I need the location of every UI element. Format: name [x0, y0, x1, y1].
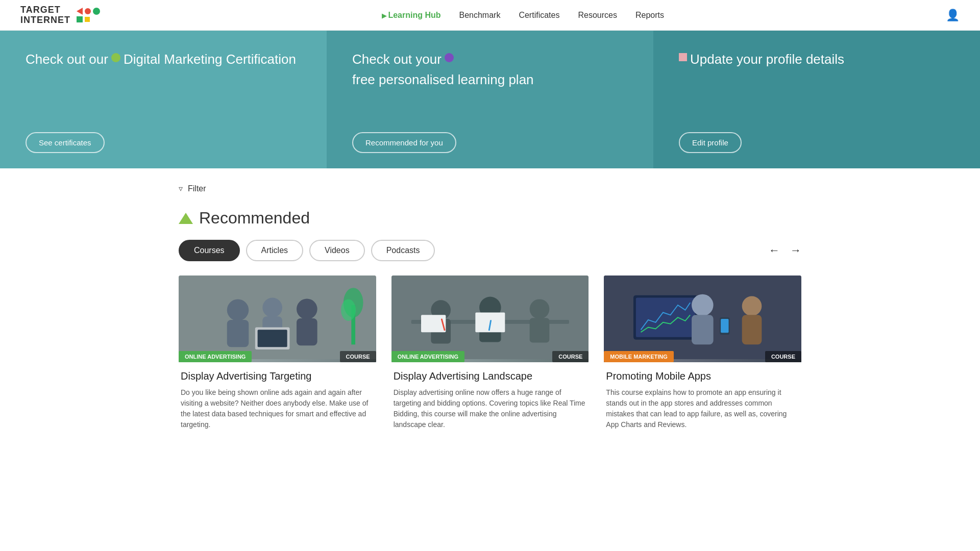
- main-content: ▿ Filter Recommended Courses Articles Vi…: [158, 168, 822, 445]
- courses-grid: ONLINE ADVERTISING COURSE Display Advert…: [179, 276, 801, 430]
- tab-courses[interactable]: Courses: [179, 240, 240, 261]
- navbar: TARGET INTERNET Learning Hub Benchmark C…: [0, 0, 980, 31]
- nav-item-reports[interactable]: Reports: [635, 11, 664, 20]
- nav-item-benchmark[interactable]: Benchmark: [459, 11, 500, 20]
- card-image-2: ONLINE ADVERTISING COURSE: [391, 276, 589, 362]
- logo-internet: INTERNET: [20, 15, 70, 26]
- card-image-1: ONLINE ADVERTISING COURSE: [179, 276, 376, 362]
- svg-point-5: [297, 298, 317, 319]
- hero-pink-square-icon: [679, 53, 687, 61]
- badge-category-2: ONLINE ADVERTISING: [391, 351, 464, 362]
- card-image-svg-1: [179, 276, 376, 359]
- logo-yellow-square-icon: [85, 17, 90, 22]
- edit-profile-button[interactable]: Edit profile: [679, 132, 742, 153]
- content-tabs: Courses Articles Videos Podcasts: [179, 240, 435, 261]
- logo-target: TARGET: [20, 5, 70, 15]
- hero-green-dot-icon: [111, 53, 120, 62]
- nav-link-reports[interactable]: Reports: [635, 11, 664, 19]
- nav-link-benchmark[interactable]: Benchmark: [459, 11, 500, 19]
- recommended-triangle-icon: [179, 213, 193, 224]
- card-description-3: This course explains how to promote an a…: [606, 387, 799, 430]
- badge-type-2: COURSE: [552, 351, 589, 362]
- card-title-3: Promoting Mobile Apps: [606, 370, 799, 382]
- svg-point-30: [742, 296, 762, 316]
- svg-rect-6: [297, 318, 317, 345]
- logo-icons: [77, 8, 100, 22]
- svg-point-11: [341, 299, 356, 321]
- filter-label[interactable]: Filter: [188, 184, 206, 193]
- svg-rect-2: [227, 320, 249, 347]
- card-title-2: Display Advertising Landscape: [394, 370, 587, 382]
- badge-category-1: ONLINE ADVERTISING: [179, 351, 252, 362]
- card-body-1: Display Advertising Targeting Do you lik…: [179, 362, 376, 430]
- nav-links: Learning Hub Benchmark Certificates Reso…: [382, 11, 664, 20]
- svg-point-18: [529, 299, 549, 319]
- nav-link-certificates[interactable]: Certificates: [519, 11, 559, 19]
- svg-rect-8: [258, 330, 287, 347]
- svg-rect-19: [529, 318, 549, 342]
- card-badges-2: ONLINE ADVERTISING COURSE: [391, 351, 589, 362]
- recommended-for-you-button[interactable]: Recommended for you: [352, 132, 456, 153]
- card-body-3: Promoting Mobile Apps This course explai…: [604, 362, 801, 430]
- user-profile-icon[interactable]: 👤: [946, 9, 960, 22]
- svg-rect-31: [742, 315, 762, 344]
- card-description-1: Do you like being shown online ads again…: [181, 387, 374, 430]
- svg-point-1: [227, 299, 249, 321]
- svg-point-28: [692, 294, 714, 316]
- tab-articles[interactable]: Articles: [246, 240, 303, 261]
- logo-text: TARGET INTERNET: [20, 5, 70, 26]
- hero-banner-profile-title: Update your profile details: [679, 51, 954, 68]
- logo-top-row: [77, 8, 100, 15]
- carousel-next-button[interactable]: →: [790, 244, 801, 257]
- card-image-svg-2: [391, 276, 589, 359]
- see-certificates-button[interactable]: See certificates: [26, 132, 105, 153]
- recommended-section-header: Recommended: [179, 209, 801, 228]
- filter-bar: ▿ Filter: [179, 184, 801, 193]
- card-badges-3: MOBILE MARKETING COURSE: [604, 351, 801, 362]
- nav-link-learning-hub[interactable]: Learning Hub: [382, 11, 440, 19]
- badge-category-3: MOBILE MARKETING: [604, 351, 673, 362]
- hero-purple-dot-icon: [445, 53, 454, 62]
- svg-rect-33: [721, 319, 728, 333]
- hero-banner-profile: Update your profile details Edit profile: [653, 31, 980, 168]
- badge-type-1: COURSE: [340, 351, 376, 362]
- logo-triangle-icon: [77, 8, 83, 15]
- filter-icon: ▿: [179, 184, 183, 193]
- svg-rect-27: [636, 297, 695, 337]
- carousel-prev-button[interactable]: ←: [769, 244, 780, 257]
- nav-item-resources[interactable]: Resources: [578, 11, 617, 20]
- hero-banner-certification-title: Check out our Digital Marketing Certific…: [26, 51, 301, 68]
- nav-link-resources[interactable]: Resources: [578, 11, 617, 19]
- badge-type-3: COURSE: [765, 351, 801, 362]
- card-badges-1: ONLINE ADVERTISING COURSE: [179, 351, 376, 362]
- card-description-2: Display advertising online now offers a …: [394, 387, 587, 430]
- recommended-section-title: Recommended: [199, 209, 310, 228]
- logo-red-dot-icon: [85, 8, 91, 14]
- card-body-2: Display Advertising Landscape Display ad…: [391, 362, 589, 430]
- svg-rect-29: [692, 315, 714, 344]
- course-card-display-advertising-targeting[interactable]: ONLINE ADVERTISING COURSE Display Advert…: [179, 276, 376, 430]
- nav-item-learning-hub[interactable]: Learning Hub: [382, 11, 440, 20]
- logo-green-square-icon: [77, 16, 83, 22]
- carousel-navigation: ← →: [769, 244, 801, 257]
- logo-green-dot-icon: [93, 8, 100, 15]
- tabs-row: Courses Articles Videos Podcasts ← →: [179, 240, 801, 261]
- svg-point-3: [262, 297, 282, 317]
- hero-banner-certification: Check out our Digital Marketing Certific…: [0, 31, 327, 168]
- card-image-3: MOBILE MARKETING COURSE: [604, 276, 801, 362]
- tab-podcasts[interactable]: Podcasts: [371, 240, 435, 261]
- hero-banner-learning-plan-title: Check out your free personalised learnin…: [352, 51, 628, 89]
- logo-bottom-row: [77, 16, 100, 22]
- tab-videos[interactable]: Videos: [309, 240, 365, 261]
- nav-item-certificates[interactable]: Certificates: [519, 11, 559, 20]
- card-image-svg-3: [604, 276, 801, 359]
- course-card-display-advertising-landscape[interactable]: ONLINE ADVERTISING COURSE Display Advert…: [391, 276, 589, 430]
- card-title-1: Display Advertising Targeting: [181, 370, 374, 382]
- logo[interactable]: TARGET INTERNET: [20, 5, 100, 26]
- course-card-promoting-mobile-apps[interactable]: MOBILE MARKETING COURSE Promoting Mobile…: [604, 276, 801, 430]
- hero-banner-learning-plan: Check out your free personalised learnin…: [327, 31, 653, 168]
- hero-banners: Check out our Digital Marketing Certific…: [0, 31, 980, 168]
- svg-rect-20: [421, 315, 446, 332]
